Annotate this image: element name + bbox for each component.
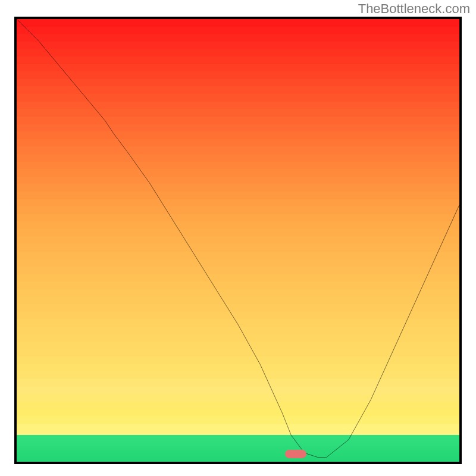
plot-area (14, 17, 462, 464)
optimum-marker (285, 450, 306, 458)
watermark-text: TheBottleneck.com (358, 1, 470, 17)
bottleneck-curve (17, 19, 459, 462)
